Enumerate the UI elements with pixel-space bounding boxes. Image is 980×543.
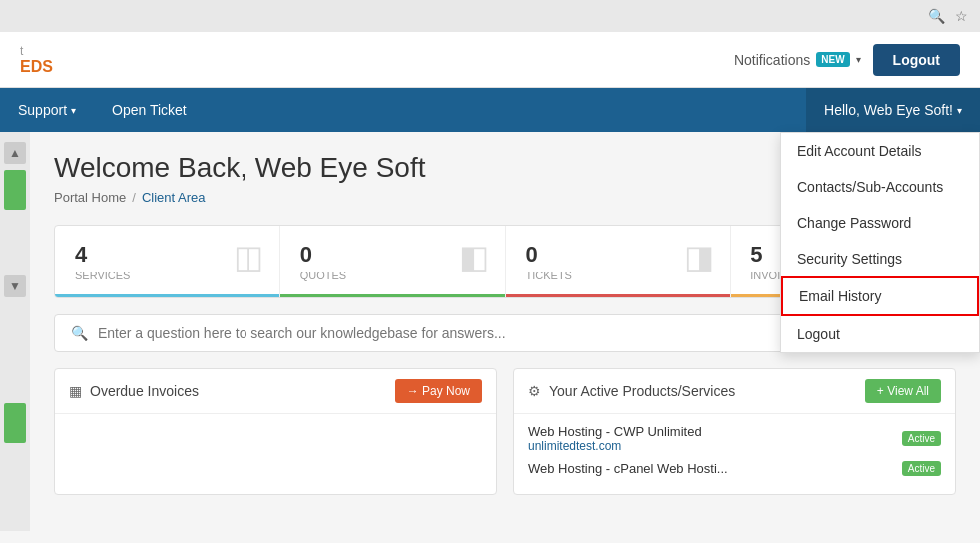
services-number: 4 (75, 242, 259, 268)
user-menu-button[interactable]: Hello, Web Eye Soft! ▾ (806, 88, 980, 132)
product-status-1: Active (902, 431, 941, 446)
breadcrumb-sep: / (132, 190, 136, 205)
products-card: ⚙ Your Active Products/Services + View A… (513, 368, 956, 495)
logout-header-button[interactable]: Logout (873, 44, 960, 76)
dropdown-contacts[interactable]: Contacts/Sub-Accounts (781, 169, 979, 205)
sidebar-green-bar-2 (4, 403, 26, 443)
star-browser-icon[interactable]: ☆ (955, 8, 968, 24)
logo: t EDS (20, 44, 53, 76)
user-dropdown-menu: Edit Account Details Contacts/Sub-Accoun… (780, 132, 980, 353)
overdue-card-header: ▦ Overdue Invoices → Pay Now (55, 369, 496, 414)
product-item-1: Web Hosting - CWP Unlimited unlimitedtes… (528, 424, 941, 453)
quotes-underline (280, 294, 505, 297)
search-browser-icon[interactable]: 🔍 (928, 8, 945, 24)
services-icon: ◫ (234, 238, 263, 275)
dropdown-edit-account[interactable]: Edit Account Details (781, 133, 979, 169)
nav-left: Support ▾ Open Ticket (0, 88, 205, 132)
products-card-title: ⚙ Your Active Products/Services (528, 383, 735, 399)
dropdown-security-settings[interactable]: Security Settings (781, 241, 979, 276)
product-status-2: Active (902, 461, 941, 476)
overdue-icon: ▦ (69, 383, 82, 399)
search-icon: 🔍 (71, 325, 88, 341)
dropdown-logout[interactable]: Logout (781, 316, 979, 352)
nav-right: Hello, Web Eye Soft! ▾ Edit Account Deta… (806, 88, 980, 132)
notifications-button[interactable]: Notifications NEW ▾ (735, 52, 861, 68)
breadcrumb-home[interactable]: Portal Home (54, 190, 126, 205)
breadcrumb-current[interactable]: Client Area (142, 190, 206, 205)
stat-quotes[interactable]: ◧ 0 QUOTES (280, 226, 506, 297)
product-domain-1[interactable]: unlimitedtest.com (528, 439, 702, 453)
overdue-card-body (55, 414, 496, 434)
services-underline (55, 294, 279, 297)
products-card-body: Web Hosting - CWP Unlimited unlimitedtes… (514, 414, 955, 494)
product-name-1: Web Hosting - CWP Unlimited (528, 424, 702, 439)
tickets-label: TICKETS (526, 270, 711, 281)
header-right: Notifications NEW ▾ Logout (735, 44, 960, 76)
dropdown-change-password[interactable]: Change Password (781, 205, 979, 241)
header: t EDS Notifications NEW ▾ Logout (0, 32, 980, 88)
navbar: Support ▾ Open Ticket Hello, Web Eye Sof… (0, 88, 980, 132)
logo-top: t (20, 44, 53, 58)
product-name-2: Web Hosting - cPanel Web Hosti... (528, 461, 728, 476)
sidebar: ▲ ▼ (0, 132, 30, 531)
overdue-invoices-card: ▦ Overdue Invoices → Pay Now (54, 368, 497, 495)
product-item-2: Web Hosting - cPanel Web Hosti... Active (528, 461, 941, 476)
pay-now-button[interactable]: → Pay Now (395, 379, 482, 403)
stat-tickets[interactable]: ◨ 0 TICKETS (506, 226, 732, 297)
dropdown-email-history[interactable]: Email History ← (781, 276, 979, 316)
browser-bar: 🔍 ☆ (0, 0, 980, 32)
cards-row: ▦ Overdue Invoices → Pay Now ⚙ Your Acti… (54, 368, 956, 495)
open-ticket-nav-item[interactable]: Open Ticket (94, 88, 205, 132)
quotes-icon: ◧ (459, 238, 489, 275)
sidebar-down-arrow[interactable]: ▼ (4, 275, 26, 297)
products-icon: ⚙ (528, 383, 541, 399)
sidebar-up-arrow[interactable]: ▲ (4, 142, 26, 164)
overdue-card-title: ▦ Overdue Invoices (69, 383, 199, 399)
quotes-label: QUOTES (300, 270, 485, 281)
notifications-arrow-icon: ▾ (856, 54, 861, 65)
user-arrow-icon: ▾ (957, 105, 962, 116)
products-card-header: ⚙ Your Active Products/Services + View A… (514, 369, 955, 414)
tickets-underline (506, 294, 731, 297)
support-arrow-icon: ▾ (71, 105, 76, 116)
quotes-number: 0 (300, 242, 485, 268)
logo-bottom: EDS (20, 58, 53, 76)
support-nav-item[interactable]: Support ▾ (0, 88, 94, 132)
sidebar-green-bar (4, 170, 26, 210)
notifications-badge: NEW (816, 52, 849, 67)
tickets-number: 0 (526, 242, 711, 268)
stat-services[interactable]: ◫ 4 SERVICES (55, 226, 280, 297)
services-label: SERVICES (75, 270, 259, 281)
view-all-button[interactable]: + View All (865, 379, 941, 403)
notifications-label: Notifications (735, 52, 810, 68)
tickets-icon: ◨ (684, 238, 714, 275)
